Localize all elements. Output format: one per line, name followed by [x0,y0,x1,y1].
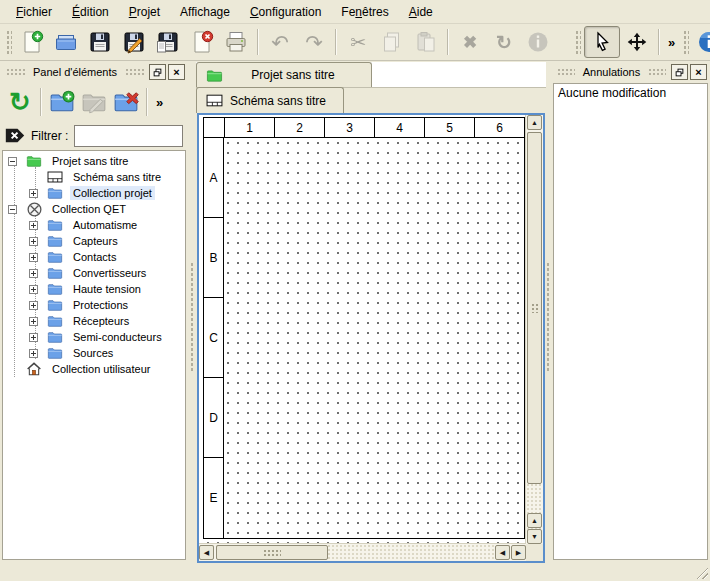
tree-item-r-cepteurs[interactable]: Récepteurs [3,313,185,329]
element-info-button[interactable] [521,27,555,57]
new-document-button[interactable] [15,27,49,57]
about-button[interactable] [692,27,710,57]
expand-icon[interactable] [29,301,38,310]
toolbar-separator [447,29,449,55]
menu-projet[interactable]: Projet [119,2,170,22]
elements-panel-titlebar[interactable]: Panel d'éléments × [0,62,188,82]
new-category-button[interactable] [46,86,78,118]
frame-row-label: C [204,298,224,378]
expand-icon[interactable] [29,237,38,246]
scroll-down-button[interactable]: ▼ [527,529,542,544]
titlebar-texture [6,68,25,77]
expand-icon[interactable] [29,349,38,358]
resize-grip[interactable] [695,566,708,579]
rotate-button[interactable]: ↻ [487,27,521,57]
horizontal-scroll-thumb[interactable] [216,545,328,560]
expand-icon[interactable] [29,333,38,342]
tree-item-convertisseurs[interactable]: Convertisseurs [3,265,185,281]
menu-aide[interactable]: Aide [399,2,443,22]
tab-project[interactable]: Projet sans titre [196,62,372,87]
expand-icon[interactable] [29,269,38,278]
float-panel-button[interactable] [671,64,688,80]
tree-item-semi-conducteurs[interactable]: Semi-conducteurs [3,329,185,345]
floppy-pencil-icon [122,30,146,54]
move-tool-button[interactable] [620,27,654,57]
delete-button[interactable]: ✖ [453,27,487,57]
horizontal-scrollbar[interactable]: ◀ ◀ ▶ [199,543,526,561]
expand-icon[interactable] [29,189,38,198]
diagram-drawing-area[interactable] [224,138,524,538]
redo-button[interactable]: ↷ [297,27,331,57]
open-document-button[interactable] [49,27,83,57]
folder-edit-icon [81,89,107,115]
expand-icon[interactable] [29,285,38,294]
tree-item-sch-ma-sans-titre[interactable]: Schéma sans titre [3,169,185,185]
tree-item-label: Collection utilisateur [49,362,153,376]
home-icon [26,361,42,377]
save-as-button[interactable] [117,27,151,57]
toolbar-drag-handle[interactable] [574,29,581,55]
scroll-up-button[interactable]: ▲ [527,115,542,130]
status-bar [0,563,710,581]
reload-collections-button[interactable]: ↻ [4,86,36,118]
tree-item-sources[interactable]: Sources [3,345,185,361]
blue-folder-icon [47,297,63,313]
undo-button[interactable]: ↶ [263,27,297,57]
tree-item-contacts[interactable]: Contacts [3,249,185,265]
tree-item-haute-tension[interactable]: Haute tension [3,281,185,297]
clear-filter-button[interactable] [5,127,25,144]
edit-category-button[interactable] [78,86,110,118]
expand-icon[interactable] [29,317,38,326]
paste-button[interactable] [409,27,443,57]
undo-list-item[interactable]: Aucune modification [554,84,707,102]
tree-item-collection-projet[interactable]: Collection projet [3,185,185,201]
scroll-up-button-2[interactable]: ▲ [527,513,542,528]
toolbar-drag-handle[interactable] [5,29,12,55]
menu-affichage[interactable]: Affichage [170,2,240,22]
close-file-button[interactable] [185,27,219,57]
delete-category-button[interactable] [110,86,142,118]
toolbar-drag-handle[interactable] [682,29,689,55]
cut-button[interactable]: ✂ [341,27,375,57]
tree-item-protections[interactable]: Protections [3,297,185,313]
tree-item-projet-sans-titre[interactable]: Projet sans titre [3,153,185,169]
tree-item-label: Projet sans titre [49,154,131,168]
menu-fichier[interactable]: Fichier [6,2,62,22]
tree-item-collection-qet[interactable]: Collection QET [3,201,185,217]
float-panel-button[interactable] [149,64,166,80]
tools-overflow-button[interactable]: » [664,35,679,50]
save-all-button[interactable] [151,27,185,57]
tree-item-label: Capteurs [70,234,121,248]
print-button[interactable] [219,27,253,57]
arrow-up-icon: ▲ [531,119,538,126]
splitter-grip [546,262,550,372]
menu-configuration[interactable]: Configuration [240,2,331,22]
left-splitter-handle[interactable] [188,62,196,563]
tab-schema[interactable]: Schéma sans titre [196,87,344,113]
vertical-scrollbar[interactable]: ▲ ▲ ▼ [525,115,543,544]
copy-button[interactable] [375,27,409,57]
close-panel-button[interactable]: × [168,64,185,80]
collapse-icon[interactable] [8,157,17,166]
diagram-scene[interactable]: 123456ABCDE [199,115,526,544]
panel-overflow-button[interactable]: » [152,95,167,110]
menu-fentres[interactable]: Fenêtres [331,2,398,22]
menu-dition[interactable]: Édition [62,2,119,22]
menu-bar: FichierÉditionProjetAffichageConfigurati… [0,0,710,24]
save-button[interactable] [83,27,117,57]
scroll-left-button-2[interactable]: ◀ [495,545,510,560]
blue-folder-icon [45,330,65,345]
tree-item-automatisme[interactable]: Automatisme [3,217,185,233]
scroll-left-button[interactable]: ◀ [199,545,214,560]
filter-input[interactable] [74,125,183,147]
expand-icon[interactable] [29,221,38,230]
undo-panel-titlebar[interactable]: Annulations × [551,62,710,82]
tree-item-capteurs[interactable]: Capteurs [3,233,185,249]
select-tool-button[interactable] [584,26,620,58]
tree-item-collection-utilisateur[interactable]: Collection utilisateur [3,361,185,377]
expand-icon[interactable] [29,253,38,262]
scroll-right-button[interactable]: ▶ [511,545,526,560]
collapse-icon[interactable] [8,205,17,214]
close-panel-button[interactable]: × [690,64,707,80]
vertical-scroll-thumb[interactable] [527,132,542,484]
